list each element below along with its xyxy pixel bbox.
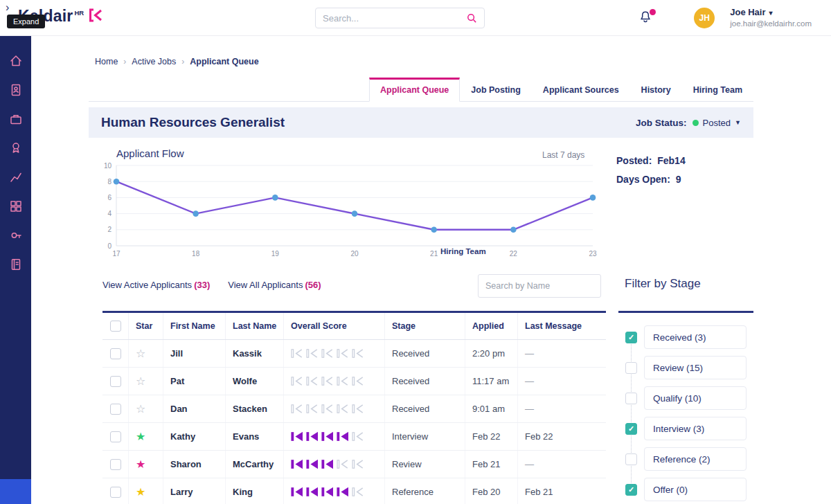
- view-active-applicants-link[interactable]: View Active Applicants(33): [102, 280, 210, 290]
- board-icon[interactable]: [9, 199, 23, 213]
- app-root: › Expand Keldair HR: [0, 0, 831, 504]
- row-checkbox[interactable]: [110, 487, 121, 498]
- row-checkbox[interactable]: [110, 459, 121, 470]
- svg-text:4: 4: [107, 210, 111, 217]
- stage-label[interactable]: Received (3): [644, 325, 747, 349]
- user-name-dropdown[interactable]: Joe Hair ▾: [730, 7, 812, 19]
- first-name: Larry: [170, 487, 193, 497]
- search-by-name-input[interactable]: [485, 281, 597, 291]
- row-checkbox[interactable]: [110, 348, 121, 359]
- search-icon[interactable]: [467, 13, 477, 24]
- favorite-star-icon[interactable]: ☆: [136, 376, 145, 387]
- tab-applicant-sources[interactable]: Applicant Sources: [532, 78, 630, 102]
- score-mark-icon: [321, 376, 333, 386]
- row-checkbox[interactable]: [110, 404, 121, 415]
- stage-label[interactable]: Interview (3): [644, 417, 747, 440]
- last-message: —: [518, 340, 606, 367]
- sidebar-expand-button[interactable]: ›: [6, 1, 9, 14]
- stage-checkbox[interactable]: ✓: [625, 484, 637, 496]
- score-mark-icon: [306, 431, 318, 442]
- stage-label[interactable]: Review (15): [644, 356, 747, 379]
- reports-icon[interactable]: [9, 170, 23, 184]
- stage: Interview: [385, 423, 465, 450]
- last-message: Feb 22: [518, 423, 606, 450]
- first-name: Dan: [170, 404, 188, 414]
- chart-title: Applicant Flow: [116, 147, 184, 159]
- breadcrumb-active-jobs[interactable]: Active Jobs: [132, 57, 176, 66]
- score-mark-icon: [306, 459, 318, 469]
- favorite-star-icon[interactable]: ★: [136, 459, 145, 470]
- favorite-star-icon[interactable]: ★: [136, 431, 145, 442]
- breadcrumb-separator: ›: [181, 57, 184, 66]
- jobs-icon[interactable]: [9, 112, 23, 126]
- global-search-input[interactable]: [323, 13, 467, 24]
- last-name: McCarthy: [233, 459, 274, 469]
- applicants-icon[interactable]: [9, 83, 23, 97]
- column-header-star[interactable]: Star: [129, 313, 163, 339]
- stage-checkbox[interactable]: ✓: [625, 332, 637, 343]
- score-mark-icon: [352, 431, 364, 442]
- notifications-bell-icon[interactable]: [638, 10, 654, 26]
- first-name: Kathy: [170, 431, 195, 442]
- score-mark-icon: [337, 487, 348, 497]
- first-name: Pat: [170, 376, 184, 386]
- applied: 2:20 pm: [465, 340, 518, 367]
- stage-label[interactable]: Qualify (10): [644, 386, 747, 410]
- home-icon[interactable]: [9, 54, 23, 68]
- logo-sup: HR: [74, 9, 84, 17]
- tab-history[interactable]: History: [630, 78, 682, 102]
- access-icon[interactable]: [9, 228, 23, 242]
- column-header-stage[interactable]: Stage: [385, 313, 465, 339]
- stage-checkbox[interactable]: [625, 362, 637, 374]
- posted-info: Posted: Feb14 Days Open: 9: [616, 152, 686, 190]
- score-mark-icon: [291, 431, 303, 442]
- breadcrumb-applicant-queue: Applicant Queue: [190, 57, 258, 66]
- svg-text:23: 23: [589, 250, 597, 258]
- row-checkbox[interactable]: [110, 431, 121, 442]
- tab-hiring-team[interactable]: Hiring Team: [682, 78, 753, 102]
- table-row: ★ Sharon McCarthy Review Feb 21 —: [102, 451, 606, 478]
- column-header-first-name[interactable]: First Name: [163, 313, 226, 339]
- days-open-label: Days Open:: [616, 174, 670, 185]
- records-icon[interactable]: [9, 258, 23, 271]
- last-message: —: [518, 368, 606, 395]
- avatar[interactable]: JH: [694, 8, 715, 28]
- awards-icon[interactable]: [9, 141, 23, 155]
- tab-applicant-queue[interactable]: Applicant Queue: [369, 78, 460, 102]
- applicant-table: StarFirst NameLast NameOverall ScoreStag…: [102, 311, 606, 504]
- table-row: ☆ Dan Stacken Received 9:01 am —: [102, 395, 606, 423]
- column-header-applied[interactable]: Applied: [465, 313, 518, 339]
- view-active-count: (33): [194, 280, 210, 290]
- score-mark-icon: [352, 459, 364, 469]
- applicant-flow-chart: 024681017181920212223: [98, 160, 605, 261]
- overall-score: [284, 368, 385, 395]
- stage-checkbox[interactable]: [625, 393, 637, 404]
- last-message: —: [518, 395, 606, 422]
- favorite-star-icon[interactable]: ☆: [136, 404, 145, 415]
- stage-checkbox[interactable]: [625, 453, 637, 465]
- tab-job-posting[interactable]: Job Posting: [460, 78, 532, 102]
- sidebar: [0, 36, 31, 504]
- stage-label[interactable]: Offer (0): [644, 478, 747, 501]
- applied: 9:01 am: [465, 395, 518, 422]
- view-all-applicants-link[interactable]: View All Applicants(56): [228, 280, 321, 290]
- score-mark-icon: [291, 404, 303, 414]
- column-header-last-name[interactable]: Last Name: [226, 313, 284, 339]
- score-mark-icon: [337, 431, 348, 442]
- select-all-checkbox[interactable]: [110, 321, 121, 332]
- tabs: Applicant QueueJob PostingApplicant Sour…: [89, 78, 753, 102]
- filter-by-stage-panel: ✓ Received (3) Review (15) Qualify (10) …: [618, 311, 753, 504]
- favorite-star-icon[interactable]: ★: [136, 487, 145, 498]
- stage-label[interactable]: Reference (2): [644, 447, 747, 471]
- favorite-star-icon[interactable]: ☆: [136, 348, 145, 359]
- breadcrumb-home[interactable]: Home: [95, 57, 118, 66]
- score-mark-icon: [321, 404, 333, 414]
- job-status-dropdown[interactable]: Posted ▼: [692, 118, 741, 128]
- score-mark-icon: [321, 431, 333, 442]
- column-header-overall-score[interactable]: Overall Score: [284, 313, 385, 339]
- stage-checkbox[interactable]: ✓: [625, 423, 637, 435]
- score-mark-icon: [352, 404, 364, 414]
- svg-text:22: 22: [510, 250, 518, 258]
- column-header-last-message[interactable]: Last Message: [518, 313, 606, 339]
- row-checkbox[interactable]: [110, 376, 121, 387]
